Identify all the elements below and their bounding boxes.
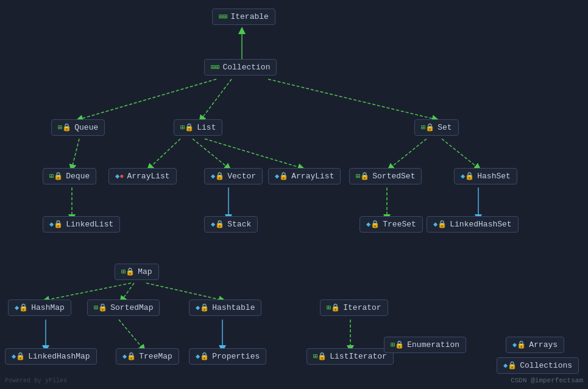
linkedhashmap-icon: ◆🔒 <box>12 352 25 361</box>
node-treeset: ◆🔒 TreeSet <box>360 216 423 233</box>
arrays-icon: ◆🔒 <box>512 340 526 349</box>
set-icon: ⊞🔒 <box>421 123 434 132</box>
listiterator-label: ListIterator <box>330 352 387 361</box>
properties-label: Properties <box>212 352 260 361</box>
node-collections: ◆🔒 Collections <box>497 357 579 374</box>
sortedmap-label: SortedMap <box>110 303 153 312</box>
list-label: List <box>197 123 216 132</box>
arraylist2-icon: ◆🔒 <box>275 172 288 181</box>
vector-label: Vector <box>227 172 256 181</box>
iterator-label: Iterator <box>343 303 381 312</box>
treeset-label: TreeSet <box>383 220 416 229</box>
credit-text: CSDN @imperfectsam <box>511 377 583 384</box>
svg-line-16 <box>46 283 131 300</box>
deque-label: Deque <box>66 172 90 181</box>
svg-line-8 <box>193 139 228 168</box>
iterator-icon: ⊞🔒 <box>327 303 340 312</box>
listiterator-icon: ⊞🔒 <box>313 352 327 361</box>
node-treemap: ◆🔒 TreeMap <box>116 348 179 365</box>
hashtable-icon: ◆🔒 <box>196 303 209 312</box>
node-arrays: ◆🔒 Arrays <box>506 337 564 353</box>
svg-line-10 <box>390 139 427 168</box>
node-sortedset: ⊞🔒 SortedSet <box>349 168 422 184</box>
node-set: ⊞🔒 Set <box>414 119 459 136</box>
treemap-label: TreeMap <box>139 352 172 361</box>
sortedset-icon: ⊞🔒 <box>356 172 369 181</box>
treeset-icon: ◆🔒 <box>366 220 380 229</box>
watermark-text: Powered by yFiles <box>5 377 67 384</box>
arraylist2-label: ArrayList <box>291 172 334 181</box>
svg-line-3 <box>79 79 216 119</box>
arrays-label: Arrays <box>529 340 558 349</box>
linkedhashset-icon: ◆🔒 <box>433 220 447 229</box>
svg-line-18 <box>146 283 222 300</box>
diagram: ⊞⊞ Iterable ⊞⊞ Collection ⊞🔒 Queue ⊞🔒 Li… <box>0 0 588 389</box>
connection-lines <box>0 0 588 389</box>
node-map: ⊞🔒 Map <box>115 264 159 280</box>
arraylist1-icon: ◆● <box>115 172 124 181</box>
node-hashtable: ◆🔒 Hashtable <box>189 300 261 316</box>
node-collection: ⊞⊞ Collection <box>204 59 277 75</box>
list-icon: ⊞🔒 <box>180 123 194 132</box>
hashmap-icon: ◆🔒 <box>15 303 28 312</box>
collection-icon: ⊞⊞ <box>211 63 219 72</box>
set-label: Set <box>437 123 452 132</box>
node-arraylist2: ◆🔒 ArrayList <box>268 168 341 184</box>
linkedlist-icon: ◆🔒 <box>49 220 63 229</box>
hashmap-label: HashMap <box>31 303 65 312</box>
svg-line-4 <box>201 79 232 119</box>
node-linkedlist: ◆🔒 LinkedList <box>43 216 120 233</box>
node-stack: ◆🔒 Stack <box>204 216 258 233</box>
svg-line-11 <box>442 139 478 168</box>
svg-line-7 <box>149 139 180 168</box>
node-list: ⊞🔒 List <box>174 119 222 136</box>
node-iterator: ⊞🔒 Iterator <box>320 300 388 316</box>
watermark: Powered by yFiles <box>5 377 67 384</box>
properties-icon: ◆🔒 <box>196 352 209 361</box>
arraylist1-label: ArrayList <box>127 172 169 181</box>
treemap-icon: ◆🔒 <box>122 352 136 361</box>
enumeration-label: Enumeration <box>407 340 459 349</box>
hashset-label: HashSet <box>477 172 511 181</box>
credit: CSDN @imperfectsam <box>511 377 583 384</box>
node-hashmap: ◆🔒 HashMap <box>8 300 71 316</box>
deque-icon: ⊞🔒 <box>49 172 63 181</box>
enumeration-icon: ⊞🔒 <box>391 340 404 349</box>
iterable-label: Iterable <box>230 12 268 21</box>
sortedset-label: SortedSet <box>372 172 415 181</box>
svg-line-20 <box>119 320 143 349</box>
stack-label: Stack <box>227 220 251 229</box>
collection-label: Collection <box>222 63 270 72</box>
collections-icon: ◆🔒 <box>503 361 517 370</box>
node-vector: ◆🔒 Vector <box>204 168 263 184</box>
node-arraylist1: ◆● ArrayList <box>108 168 177 184</box>
linkedhashset-label: LinkedHashSet <box>450 220 511 229</box>
stack-icon: ◆🔒 <box>211 220 224 229</box>
node-enumeration: ⊞🔒 Enumeration <box>384 337 466 353</box>
node-listiterator: ⊞🔒 ListIterator <box>306 348 394 365</box>
collections-label: Collections <box>520 361 572 370</box>
node-properties: ◆🔒 Properties <box>189 348 266 365</box>
linkedhashmap-label: LinkedHashMap <box>28 352 90 361</box>
queue-icon: ⊞🔒 <box>58 123 71 132</box>
map-icon: ⊞🔒 <box>121 267 135 276</box>
node-deque: ⊞🔒 Deque <box>43 168 96 184</box>
map-label: Map <box>138 267 152 276</box>
svg-line-17 <box>122 283 134 300</box>
linkedlist-label: LinkedList <box>66 220 113 229</box>
node-hashset: ◆🔒 HashSet <box>454 168 517 184</box>
vector-icon: ◆🔒 <box>211 172 224 181</box>
hashtable-label: Hashtable <box>212 303 255 312</box>
node-iterable: ⊞⊞ Iterable <box>212 9 275 25</box>
hashset-icon: ◆🔒 <box>461 172 474 181</box>
queue-label: Queue <box>74 123 98 132</box>
svg-line-9 <box>205 139 302 168</box>
iterable-icon: ⊞⊞ <box>219 12 227 21</box>
node-linkedhashmap: ◆🔒 LinkedHashMap <box>5 348 97 365</box>
node-queue: ⊞🔒 Queue <box>51 119 105 136</box>
svg-line-6 <box>72 139 79 168</box>
svg-line-5 <box>268 79 436 119</box>
node-sortedmap: ⊞🔒 SortedMap <box>87 300 160 316</box>
sortedmap-icon: ⊞🔒 <box>94 303 107 312</box>
node-linkedhashset: ◆🔒 LinkedHashSet <box>427 216 519 233</box>
